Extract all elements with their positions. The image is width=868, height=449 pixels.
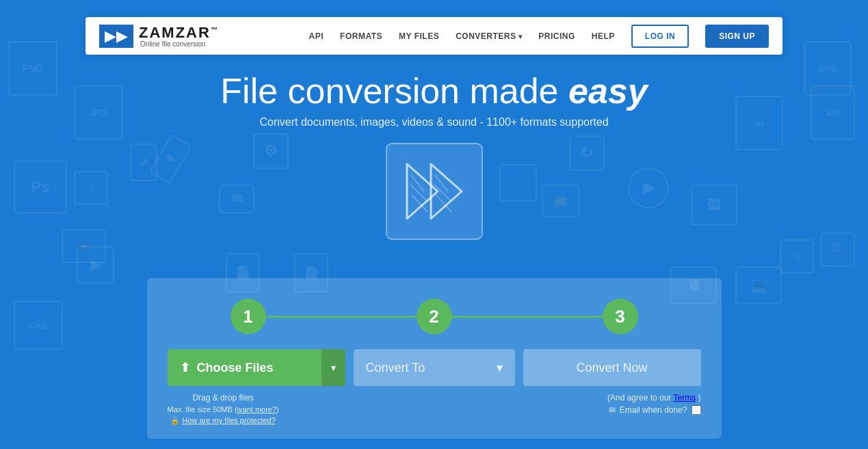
email-icon: ✉ bbox=[609, 405, 616, 415]
deco-music1: ♪ bbox=[74, 171, 108, 205]
upload-icon: ⬆ bbox=[180, 360, 190, 375]
navbar: ▶▶ ZAMZAR™ Online file conversion API FO… bbox=[86, 17, 782, 55]
nav-pricing[interactable]: PRICING bbox=[538, 31, 575, 41]
max-size-text: Max. file size 50MB (want more?) bbox=[168, 405, 279, 413]
hero-title: File conversion made easy bbox=[0, 72, 868, 111]
drag-drop-text: Drag & drop files bbox=[168, 393, 279, 403]
step-1: 1 bbox=[231, 299, 266, 334]
step-2: 2 bbox=[417, 299, 452, 334]
hero-subtitle: Convert documents, images, videos & soun… bbox=[0, 116, 868, 128]
deco-laptop: 💻 bbox=[735, 267, 782, 304]
hero-content: File conversion made easy Convert docume… bbox=[0, 72, 868, 128]
step-line-2 bbox=[452, 316, 603, 318]
logo-box: ▶▶ bbox=[99, 25, 133, 48]
step-3: 3 bbox=[603, 299, 638, 334]
signup-button[interactable]: SIGN UP bbox=[705, 25, 769, 48]
email-row: ✉ Email when done? bbox=[607, 405, 701, 415]
deco-play-circle: ▶ bbox=[628, 167, 669, 208]
svg-rect-0 bbox=[386, 144, 482, 239]
protection-link[interactable]: How are my files protected? bbox=[182, 416, 275, 424]
choose-files-dropdown-button[interactable]: ▾ bbox=[321, 349, 345, 386]
deco-arrow: ↗ bbox=[130, 144, 157, 181]
deco-video: ▶ bbox=[77, 246, 114, 284]
email-checkbox[interactable] bbox=[692, 405, 701, 415]
agree-text: (And agree to our Terms ) bbox=[607, 393, 701, 403]
deco-pencil: ✏ bbox=[149, 134, 192, 185]
choose-files-label: Choose Files bbox=[197, 361, 274, 375]
convert-to-label: Convert To bbox=[366, 361, 425, 375]
deco-music2: ♫ bbox=[780, 239, 814, 273]
nav-api[interactable]: API bbox=[309, 31, 324, 41]
deco-refresh: ↻ bbox=[569, 135, 605, 171]
left-info: Drag & drop files Max. file size 50MB (w… bbox=[168, 393, 279, 425]
right-info: (And agree to our Terms ) ✉ Email when d… bbox=[607, 393, 701, 415]
play-svg bbox=[383, 140, 486, 243]
hero-background: PNG JPG Ps CAD ▶ ♪ ↗ ✏ ✉ ⚙ ↻ ▶ 🖼 ♫ 🔍 AVI… bbox=[0, 0, 868, 449]
convert-to-button[interactable]: Convert To ▾ bbox=[354, 349, 515, 386]
deco-envelope: ✉ bbox=[219, 185, 254, 213]
deco-film: 🎵 bbox=[499, 164, 537, 202]
choose-files-group: ⬆ Choose Files ▾ bbox=[168, 349, 345, 386]
convert-to-chevron-icon: ▾ bbox=[497, 360, 503, 375]
actions-row: ⬆ Choose Files ▾ Convert To ▾ Convert No… bbox=[168, 349, 701, 386]
deco-gear: ⚙ bbox=[253, 133, 289, 169]
logo[interactable]: ▶▶ ZAMZAR™ Online file conversion bbox=[99, 24, 219, 48]
deco-cassette: 📼 bbox=[62, 229, 106, 263]
protection-text: 🔒 How are my files protected? bbox=[168, 416, 279, 425]
nav-my-files[interactable]: MY FILES bbox=[399, 31, 439, 41]
deco-folder: 📁 bbox=[542, 185, 579, 217]
nav-converters[interactable]: CONVERTERS bbox=[456, 31, 522, 41]
convert-now-button[interactable]: Convert Now bbox=[523, 349, 701, 386]
want-more-link[interactable]: want more? bbox=[237, 405, 276, 413]
logo-arrows-icon: ▶▶ bbox=[105, 29, 128, 44]
deco-cad: CAD bbox=[14, 301, 63, 350]
login-button[interactable]: LOG IN bbox=[631, 25, 689, 48]
deco-ps: Ps bbox=[14, 161, 67, 214]
converter-box: 1 2 3 ⬆ Choose Files ▾ Convert To ▾ bbox=[147, 278, 722, 439]
play-illustration bbox=[383, 140, 486, 243]
terms-link[interactable]: Terms bbox=[673, 393, 696, 403]
choose-files-button[interactable]: ⬆ Choose Files bbox=[168, 349, 321, 386]
steps-row: 1 2 3 bbox=[168, 299, 701, 334]
convert-now-label: Convert Now bbox=[576, 361, 647, 375]
nav-help[interactable]: HELP bbox=[592, 31, 615, 41]
chevron-down-icon: ▾ bbox=[331, 362, 336, 373]
logo-subtitle: Online file conversion bbox=[140, 40, 219, 48]
email-when-done-label: Email when done? bbox=[620, 405, 687, 415]
nav-formats[interactable]: FORMATS bbox=[340, 31, 382, 41]
below-row: Drag & drop files Max. file size 50MB (w… bbox=[168, 393, 701, 425]
step-line-1 bbox=[266, 316, 417, 318]
deco-image: 🖼 bbox=[691, 185, 737, 226]
deco-search: 🔍 bbox=[821, 232, 855, 267]
nav-links: API FORMATS MY FILES CONVERTERS PRICING … bbox=[309, 25, 769, 48]
logo-name: ZAMZAR™ bbox=[139, 24, 219, 41]
logo-text-area: ZAMZAR™ Online file conversion bbox=[139, 24, 219, 48]
